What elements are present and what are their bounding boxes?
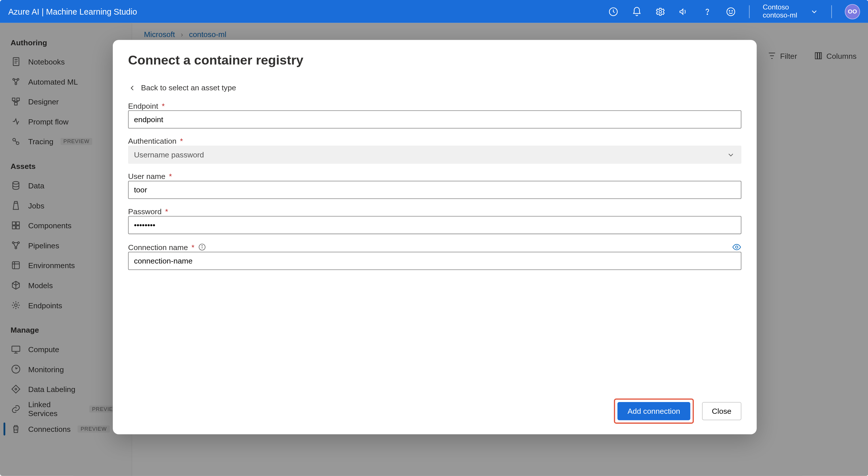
top-divider-2 <box>831 5 832 18</box>
auth-label: Authentication* <box>128 137 741 146</box>
connection-name-label: Connection name* <box>128 243 206 251</box>
avatar[interactable]: OO <box>845 4 860 19</box>
smile-icon[interactable] <box>725 6 736 16</box>
connect-registry-modal: Connect a container registry Back to sel… <box>113 40 756 434</box>
auth-select[interactable]: Username password <box>128 146 741 164</box>
username-label: User name* <box>128 172 741 181</box>
auth-value: Username password <box>134 150 204 159</box>
gear-icon[interactable] <box>655 6 666 16</box>
back-label: Back to select an asset type <box>141 83 236 92</box>
info-icon[interactable] <box>198 243 206 251</box>
callout-highlight: Add connection <box>614 399 694 424</box>
back-link[interactable]: Back to select an asset type <box>128 83 741 92</box>
bell-icon[interactable] <box>632 6 642 16</box>
org-name: Contoso <box>763 4 797 11</box>
svg-point-3 <box>727 7 735 15</box>
svg-point-32 <box>202 245 203 246</box>
help-icon[interactable] <box>702 6 713 16</box>
add-connection-button[interactable]: Add connection <box>617 402 690 420</box>
modal-title: Connect a container registry <box>128 53 741 68</box>
svg-point-4 <box>730 10 730 11</box>
clock-icon[interactable] <box>608 6 619 16</box>
megaphone-icon[interactable] <box>679 6 689 16</box>
endpoint-input[interactable] <box>128 110 741 129</box>
password-label: Password* <box>128 207 741 216</box>
chevron-down-icon[interactable] <box>810 7 818 16</box>
workspace-switcher[interactable]: Contoso contoso-ml <box>763 4 797 19</box>
svg-point-2 <box>707 13 708 14</box>
close-button[interactable]: Close <box>702 402 741 420</box>
workspace-name: contoso-ml <box>763 11 797 19</box>
endpoint-label: Endpoint* <box>128 102 741 110</box>
svg-point-5 <box>732 10 733 11</box>
username-input[interactable] <box>128 181 741 199</box>
chevron-down-icon <box>727 150 735 159</box>
svg-point-1 <box>659 10 662 12</box>
top-banner: Azure AI | Machine Learning Studio <box>0 0 868 23</box>
svg-point-33 <box>735 246 738 248</box>
connection-name-input[interactable] <box>128 252 741 270</box>
arrow-left-icon <box>128 84 136 92</box>
password-input[interactable] <box>128 216 741 234</box>
eye-icon[interactable] <box>732 242 741 252</box>
top-divider <box>749 5 750 18</box>
app-title: Azure AI | Machine Learning Studio <box>8 7 137 16</box>
